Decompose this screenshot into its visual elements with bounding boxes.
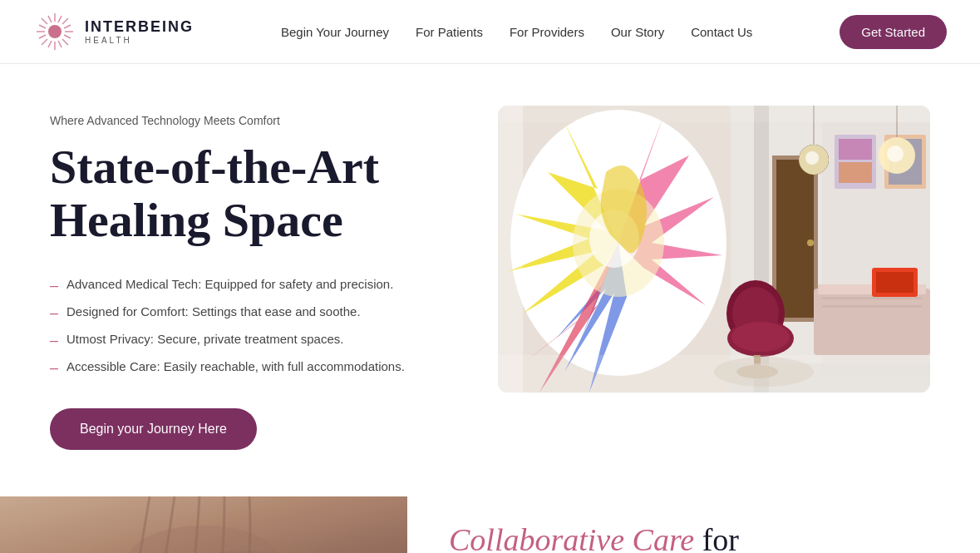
- svg-point-37: [805, 151, 819, 165]
- nav-for-patients[interactable]: For Patients: [416, 25, 483, 39]
- collab-text-area: Collaborative Care for Your Journey...: [407, 496, 980, 553]
- bullet-4: – Accessible Care: Easily reachable, wit…: [50, 359, 448, 375]
- logo-sub: HEALTH: [85, 36, 194, 45]
- bullet-text-1: Advanced Medical Tech: Equipped for safe…: [66, 277, 393, 291]
- hero-image-area: [498, 106, 930, 393]
- svg-line-10: [64, 35, 71, 38]
- svg-rect-44: [822, 305, 922, 308]
- svg-point-27: [807, 239, 814, 246]
- collab-title-suffix: for: [694, 522, 739, 553]
- hero-section: Where Advanced Technology Meets Comfort …: [0, 64, 980, 496]
- nav-contact-us[interactable]: Contact Us: [691, 25, 752, 39]
- collab-title: Collaborative Care for Your Journey...: [449, 521, 938, 553]
- svg-line-13: [64, 25, 71, 28]
- bullet-text-3: Utmost Privacy: Secure, private treatmen…: [66, 332, 343, 346]
- svg-line-15: [58, 16, 62, 22]
- bullet-text-2: Designed for Comfort: Settings that ease…: [66, 304, 361, 318]
- bullet-3: – Utmost Privacy: Secure, private treatm…: [50, 332, 448, 348]
- svg-line-14: [39, 35, 46, 38]
- svg-line-11: [48, 16, 52, 22]
- bullet-text-4: Accessible Care: Easily reachable, with …: [66, 359, 405, 373]
- svg-line-7: [62, 18, 68, 24]
- svg-rect-31: [839, 139, 872, 160]
- svg-point-0: [48, 25, 62, 38]
- hero-subtitle: Where Advanced Technology Meets Comfort: [50, 114, 448, 127]
- begin-journey-button[interactable]: Begin your Journey Here: [50, 408, 257, 450]
- hero-title-line1: State-of-the-Art: [50, 140, 379, 194]
- bullet-dash-3: –: [50, 333, 58, 348]
- hands-image-area: [0, 496, 407, 553]
- svg-rect-57: [498, 106, 930, 122]
- hero-bullets: – Advanced Medical Tech: Equipped for sa…: [50, 277, 448, 375]
- logo-text: INTERBEING HEALTH: [85, 18, 194, 45]
- bottom-section: Collaborative Care for Your Journey...: [0, 496, 980, 553]
- svg-line-16: [48, 41, 52, 47]
- svg-line-12: [58, 41, 62, 47]
- svg-point-40: [887, 146, 904, 162]
- nav-our-story[interactable]: Our Story: [611, 25, 664, 39]
- clinic-interior-svg: [498, 106, 930, 393]
- svg-line-8: [42, 39, 47, 45]
- logo-icon: [33, 10, 76, 53]
- bullet-dash-1: –: [50, 278, 58, 293]
- hero-title-line2: Healing Space: [50, 193, 343, 247]
- svg-rect-43: [822, 297, 922, 299]
- svg-rect-32: [839, 162, 872, 183]
- svg-line-6: [62, 39, 68, 45]
- get-started-button[interactable]: Get Started: [840, 15, 947, 49]
- bullet-1: – Advanced Medical Tech: Equipped for sa…: [50, 277, 448, 293]
- svg-rect-26: [776, 160, 814, 318]
- svg-line-9: [39, 25, 46, 28]
- hero-content: Where Advanced Technology Meets Comfort …: [50, 106, 448, 450]
- clinic-image: [498, 106, 930, 393]
- collab-title-highlight: Collaborative Care: [449, 522, 694, 553]
- nav-for-providers[interactable]: For Providers: [510, 25, 584, 39]
- svg-point-50: [731, 322, 790, 352]
- svg-rect-46: [876, 272, 914, 293]
- main-nav: Begin Your Journey For Patients For Prov…: [281, 25, 752, 39]
- bullet-dash-2: –: [50, 305, 58, 320]
- svg-rect-55: [498, 106, 523, 393]
- svg-line-5: [42, 18, 47, 24]
- bullet-2: – Designed for Comfort: Settings that ea…: [50, 304, 448, 320]
- nav-begin-journey[interactable]: Begin Your Journey: [281, 25, 389, 39]
- svg-rect-56: [498, 355, 930, 393]
- logo-name: INTERBEING: [85, 18, 194, 36]
- hands-svg: [0, 496, 407, 553]
- bullet-dash-4: –: [50, 360, 58, 375]
- hero-title: State-of-the-Art Healing Space: [50, 141, 448, 247]
- logo: INTERBEING HEALTH: [33, 10, 194, 53]
- header: INTERBEING HEALTH Begin Your Journey For…: [0, 0, 980, 64]
